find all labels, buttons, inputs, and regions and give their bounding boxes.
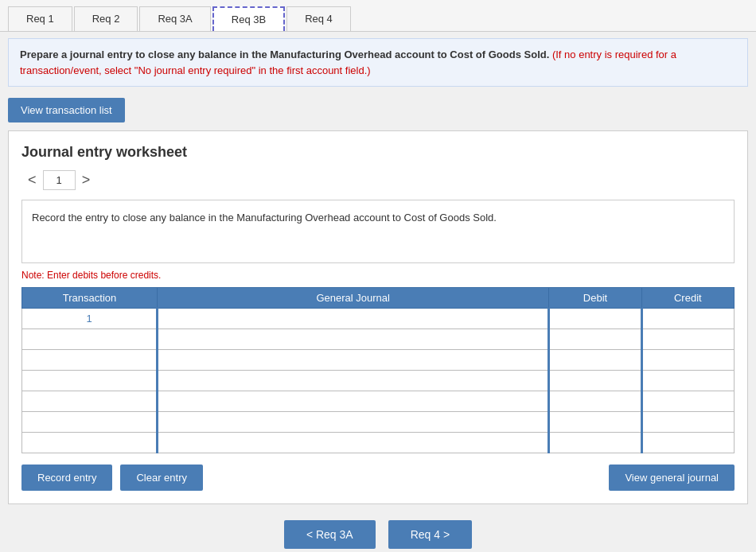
page-nav: < Req 3A Req 4 > <box>0 520 756 549</box>
worksheet-tabs: < 1 > <box>21 170 735 190</box>
record-entry-button[interactable]: Record entry <box>21 465 112 491</box>
table-row-credit-2[interactable] <box>641 350 734 371</box>
table-row-debit-5[interactable] <box>549 412 641 433</box>
table-row-debit-4[interactable] <box>549 391 641 412</box>
tab-req1[interactable]: Req 1 <box>8 6 72 31</box>
worksheet-title: Journal entry worksheet <box>21 144 735 161</box>
tab-req3a[interactable]: Req 3A <box>139 6 210 31</box>
table-row-debit-0[interactable] <box>549 309 641 329</box>
tab-req3b[interactable]: Req 3B <box>212 6 285 31</box>
table-row-debit-2[interactable] <box>549 350 641 371</box>
table-row-txn-2 <box>22 350 158 371</box>
worksheet-current-tab[interactable]: 1 <box>43 170 76 190</box>
col-header-transaction: Transaction <box>22 288 158 309</box>
table-row-credit-0[interactable] <box>641 309 734 329</box>
table-row-credit-4[interactable] <box>641 391 734 412</box>
nav-prev-button[interactable]: < Req 3A <box>284 520 376 549</box>
journal-table: Transaction General Journal Debit Credit… <box>21 287 735 453</box>
table-row-gj-0[interactable] <box>158 309 549 329</box>
worksheet-next-btn[interactable]: > <box>76 170 97 190</box>
col-header-credit: Credit <box>641 288 734 309</box>
instructions-box: Prepare a journal entry to close any bal… <box>8 38 748 87</box>
table-row-gj-2[interactable] <box>158 350 549 371</box>
table-row-txn-0: 1 <box>22 309 158 329</box>
table-row-debit-3[interactable] <box>549 371 641 391</box>
tabs-bar: Req 1 Req 2 Req 3A Req 3B Req 4 <box>0 0 756 32</box>
table-row-debit-1[interactable] <box>549 329 641 350</box>
table-row-gj-3[interactable] <box>158 371 549 391</box>
tab-req4[interactable]: Req 4 <box>286 6 351 31</box>
table-row-txn-5 <box>22 412 158 433</box>
col-header-debit: Debit <box>549 288 641 309</box>
table-row-txn-1 <box>22 329 158 350</box>
table-row-credit-3[interactable] <box>641 371 734 391</box>
table-row-gj-1[interactable] <box>158 329 549 350</box>
instructions-main: Prepare a journal entry to close any bal… <box>20 49 549 60</box>
table-row-gj-6[interactable] <box>158 433 549 453</box>
nav-next-button[interactable]: Req 4 > <box>388 520 472 549</box>
table-row-txn-6 <box>22 433 158 453</box>
note-text: Note: Enter debits before credits. <box>21 270 735 281</box>
clear-entry-button[interactable]: Clear entry <box>120 465 203 491</box>
table-row-txn-3 <box>22 371 158 391</box>
entry-description: Record the entry to close any balance in… <box>21 200 735 263</box>
view-transaction-button[interactable]: View transaction list <box>8 98 125 122</box>
worksheet-container: Journal entry worksheet < 1 > Record the… <box>8 130 748 504</box>
col-header-general-journal: General Journal <box>158 288 549 309</box>
action-buttons: Record entry Clear entry View general jo… <box>21 465 735 491</box>
table-row-credit-5[interactable] <box>641 412 734 433</box>
worksheet-prev-btn[interactable]: < <box>21 170 43 190</box>
table-row-gj-5[interactable] <box>158 412 549 433</box>
view-general-journal-button[interactable]: View general journal <box>609 465 735 491</box>
table-row-credit-6[interactable] <box>641 433 734 453</box>
table-row-credit-1[interactable] <box>641 329 734 350</box>
table-row-debit-6[interactable] <box>549 433 641 453</box>
tab-req2[interactable]: Req 2 <box>74 6 138 31</box>
table-row-txn-4 <box>22 391 158 412</box>
table-row-gj-4[interactable] <box>158 391 549 412</box>
